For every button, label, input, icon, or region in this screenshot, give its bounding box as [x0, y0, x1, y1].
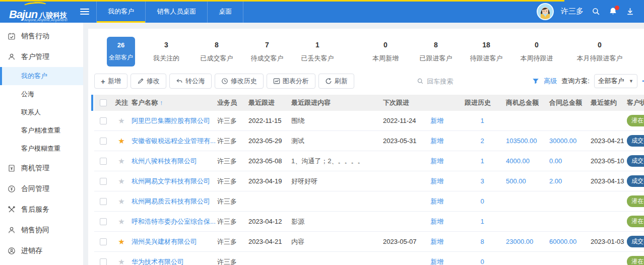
opp-amount-link[interactable]: 103500.00 [506, 137, 537, 145]
advanced-search-link[interactable]: 高级 [544, 77, 557, 86]
contract-amount-link[interactable]: 60000.00 [549, 238, 576, 245]
stat-my-followed[interactable]: 3我关注的 [141, 41, 191, 63]
stat-deal-customers[interactable]: 8已成交客户 [191, 41, 242, 63]
move-to-public-button[interactable]: 转公海 [169, 74, 212, 89]
star-icon[interactable] [118, 137, 124, 145]
contract-amount-link[interactable]: 0.00 [549, 157, 562, 165]
topbar-right: 许三多 [537, 3, 644, 20]
download-icon[interactable] [625, 7, 635, 17]
star-icon[interactable] [118, 217, 124, 226]
add-button[interactable]: +新增 [94, 74, 127, 89]
sidebar-item-exact-dedup[interactable]: 客户精准查重 [0, 121, 83, 140]
row-checkbox[interactable] [100, 238, 107, 245]
history-count-link[interactable]: 3 [480, 177, 484, 185]
col-last-follow: 最近跟进 [248, 98, 291, 107]
add-plan-icon[interactable]: + [642, 76, 644, 86]
sidebar-item-after-sales[interactable]: 售后服务 [0, 199, 83, 220]
history-count-link[interactable]: 0 [480, 258, 484, 265]
star-icon[interactable] [118, 116, 124, 125]
search-input[interactable] [427, 78, 482, 85]
opp-amount-link[interactable]: 4000.00 [506, 157, 530, 165]
user-name[interactable]: 许三多 [561, 7, 584, 16]
edit-button[interactable]: 修改 [131, 74, 166, 89]
row-checkbox[interactable] [100, 178, 107, 185]
tab-desktop[interactable]: 桌面 [207, 0, 243, 23]
star-icon[interactable] [118, 157, 124, 165]
customer-name-link[interactable]: 阿里巴巴集團控股有限公司 [132, 117, 210, 124]
sidebar-item-inventory[interactable]: 进销存 [0, 240, 83, 261]
history-count-link[interactable]: 0 [480, 197, 484, 205]
customer-name-link[interactable]: 杭州八骏科技有限公司 [132, 157, 197, 165]
row-checkbox[interactable] [100, 258, 107, 265]
tab-my-customers[interactable]: 我的客户 [96, 0, 145, 23]
add-follow-link[interactable]: 新增 [430, 197, 443, 205]
history-count-link[interactable]: 1 [480, 218, 484, 225]
add-follow-link[interactable]: 新增 [430, 157, 443, 165]
stat-followed-up[interactable]: 8已跟进客户 [411, 41, 461, 63]
notification-bell-icon[interactable] [608, 7, 618, 17]
history-count-link[interactable]: 8 [480, 238, 484, 245]
customer-name-link[interactable]: 呼和浩特市委办公室综合保... [132, 218, 216, 225]
customer-name-link[interactable]: 华为技术有限公司 [132, 258, 184, 265]
chart-analysis-button[interactable]: 图表分析 [267, 74, 315, 89]
row-checkbox[interactable] [100, 218, 107, 225]
modify-history-button[interactable]: 修改历史 [215, 74, 264, 89]
row-checkbox[interactable] [100, 198, 107, 205]
stat-week-to-follow[interactable]: 0本周待跟进 [511, 41, 562, 63]
contract-amount-link[interactable]: 30000.00 [549, 137, 576, 145]
sidebar-item-opportunity-mgmt[interactable]: 商机管理 [0, 158, 83, 178]
sidebar-item-public-sea[interactable]: 公海 [0, 85, 83, 103]
history-count-link[interactable]: 1 [480, 157, 484, 165]
add-follow-link[interactable]: 新增 [430, 117, 443, 124]
sidebar-item-sales-collab[interactable]: 销售协同 [0, 220, 83, 240]
query-plan-select[interactable]: 全部客户 ▼ [594, 74, 637, 88]
sidebar-item-fuzzy-dedup[interactable]: 客户模糊查重 [0, 140, 83, 158]
toolbar-right: 高级 查询方案: 全部客户 ▼ + × [417, 74, 644, 88]
history-count-link[interactable]: 2 [480, 137, 484, 145]
customer-name-link[interactable]: 湖州吴兴建材有限公司 [132, 238, 197, 245]
customer-name-link[interactable]: 杭州网易质云科技有限公司 [132, 197, 210, 205]
row-checkbox[interactable] [100, 138, 107, 145]
opp-amount-link[interactable]: 23000.00 [506, 238, 533, 245]
avatar[interactable] [537, 3, 554, 20]
sidebar-item-my-customers[interactable]: 我的客户 [0, 67, 83, 85]
add-follow-link[interactable]: 新增 [430, 218, 443, 225]
star-icon[interactable] [118, 257, 124, 265]
sidebar-item-customer-mgmt[interactable]: 客户管理 [0, 46, 83, 67]
stat-to-follow[interactable]: 18待跟进客户 [461, 41, 511, 63]
sidebar-item-contract-mgmt[interactable]: 合同管理 [0, 178, 83, 199]
star-icon[interactable] [118, 177, 124, 185]
tools-icon [8, 206, 16, 214]
row-checkbox[interactable] [100, 158, 107, 165]
table-row: 阿里巴巴集團控股有限公司 许三多 2022-11-15 围绕 2022-11-2… [94, 111, 644, 131]
menu-toggle-icon[interactable] [80, 9, 89, 15]
toolbar: +新增 修改 转公海 修改历史 图表分析 刷新 高级 查询方案: [94, 73, 644, 90]
filter-funnel-icon[interactable] [532, 78, 539, 85]
sidebar-item-sales-action[interactable]: 销售行动 [0, 26, 83, 46]
sort-asc-icon[interactable]: ↑ [160, 99, 163, 106]
search-icon[interactable] [591, 7, 601, 17]
stat-month-to-follow[interactable]: 0本月待跟进客户 [569, 41, 630, 63]
opp-amount-link[interactable]: 500.00 [506, 177, 526, 185]
add-follow-link[interactable]: 新增 [430, 238, 443, 245]
sidebar-item-contacts[interactable]: 联系人 [0, 103, 83, 121]
stat-lost-customers[interactable]: 1已丢失客户 [292, 41, 343, 63]
refresh-button[interactable]: 刷新 [318, 74, 354, 89]
star-icon[interactable] [118, 197, 124, 206]
add-follow-link[interactable]: 新增 [430, 258, 443, 265]
add-follow-link[interactable]: 新增 [430, 137, 443, 145]
tab-sales-desktop[interactable]: 销售人员桌面 [145, 0, 207, 23]
select-all-checkbox[interactable] [100, 99, 107, 106]
customer-name-link[interactable]: 杭州网易文学科技有限公司 [132, 177, 210, 185]
col-customer-name[interactable]: 客户名称↑ [131, 98, 217, 107]
stat-new-this-week[interactable]: 0本周新增 [360, 41, 411, 63]
yen-circle-icon [8, 185, 16, 193]
contract-amount-link[interactable]: 2.00 [549, 177, 562, 185]
stat-all-customers[interactable]: 26全部客户 [107, 37, 135, 67]
star-icon[interactable] [118, 237, 124, 246]
row-checkbox[interactable] [100, 117, 107, 124]
history-count-link[interactable]: 1 [480, 117, 484, 124]
customer-name-link[interactable]: 安徽省银税远程企业管理有... [132, 137, 216, 145]
stat-pending-deal[interactable]: 7待成交客户 [242, 41, 292, 63]
add-follow-link[interactable]: 新增 [430, 177, 443, 185]
